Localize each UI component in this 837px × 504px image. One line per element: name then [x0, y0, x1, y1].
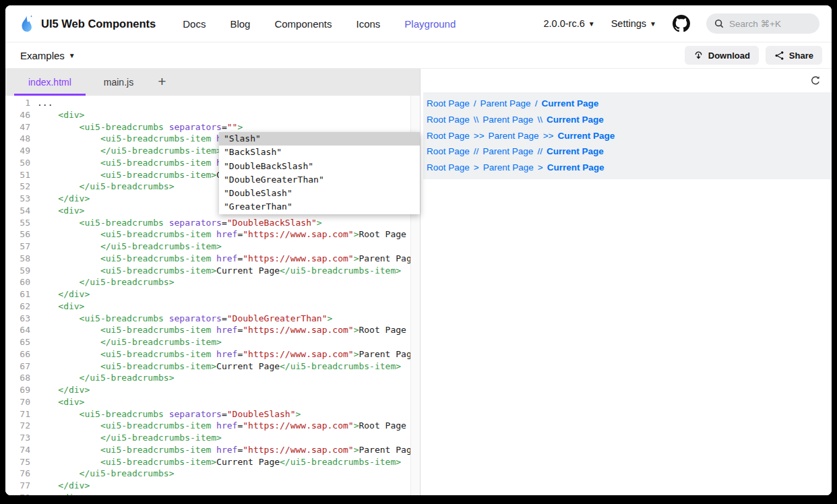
code-text: <ui5-breadcrumbs separators="DoubleBackS… [37, 217, 322, 229]
code-line: 69 </div> [5, 384, 411, 396]
breadcrumb-current: Current Page [557, 131, 615, 141]
breadcrumb-link[interactable]: Root Page [427, 131, 470, 141]
code-text: <ui5-breadcrumbs separators="DoubleGreat… [37, 313, 332, 325]
breadcrumb-separator: / [474, 98, 476, 108]
code-line: 68 </ui5-breadcrumbs> [5, 372, 411, 384]
line-number: 52 [5, 181, 37, 193]
subheader: Examples ▼ Download Share [5, 42, 832, 69]
line-number: 49 [5, 145, 37, 157]
tab-main.js[interactable]: main.js [88, 69, 150, 96]
nav-link-components[interactable]: Components [274, 18, 332, 30]
code-line: 58 <ui5-breadcrumbs-item href="https://w… [5, 253, 411, 265]
brand-title: UI5 Web Components [41, 18, 156, 30]
line-number: 67 [5, 360, 37, 373]
code-line: 61 </div> [5, 288, 411, 301]
settings-label: Settings [611, 18, 646, 29]
breadcrumb-separator: \\ [537, 115, 542, 125]
subheader-actions: Download Share [685, 46, 822, 65]
line-number: 65 [5, 336, 37, 348]
line-number: 70 [5, 396, 37, 408]
code-text: <ui5-breadcrumbs-item href="https://www.… [37, 228, 406, 241]
code-line: 74 <ui5-breadcrumbs-item href="https://w… [5, 444, 411, 456]
share-button[interactable]: Share [766, 46, 822, 65]
breadcrumb-row: Root Page//Parent Page//Current Page [427, 144, 826, 160]
code-line: 63 <ui5-breadcrumbs separators="DoubleGr… [5, 313, 411, 325]
code-line: 66 <ui5-breadcrumbs-item href="https://w… [5, 348, 411, 360]
code-line: 60 </ui5-breadcrumbs> [5, 276, 411, 288]
search-placeholder: Search ⌘+K [729, 18, 781, 29]
code-line: 75 <ui5-breadcrumbs-item>Current Page</u… [5, 456, 411, 468]
line-number: 72 [5, 420, 37, 432]
line-number: 64 [5, 324, 37, 336]
code-text: <ui5-breadcrumbs-item href="https://www.… [37, 324, 406, 336]
github-icon[interactable] [673, 15, 690, 32]
code-text: <ui5-breadcrumbs-item href="https://www.… [37, 348, 411, 360]
nav-link-icons[interactable]: Icons [356, 18, 381, 30]
preview-toolbar [421, 69, 832, 92]
search-icon [714, 19, 724, 28]
code-line: 70 <div> [5, 396, 411, 408]
code-line: 1... [5, 97, 411, 109]
line-number: 60 [5, 276, 37, 288]
breadcrumb-link[interactable]: Root Page [427, 98, 470, 108]
breadcrumb-link[interactable]: Parent Page [489, 131, 539, 141]
line-number: 48 [5, 133, 37, 145]
autocomplete-option[interactable]: "DoubleGreaterThan" [219, 173, 420, 187]
code-line: 57 </ui5-breadcrumbs-item> [5, 241, 411, 253]
breadcrumb-separator: / [535, 98, 538, 108]
settings-dropdown[interactable]: Settings ▼ [611, 18, 656, 29]
line-number: 66 [5, 348, 37, 360]
nav-link-blog[interactable]: Blog [230, 18, 250, 30]
line-number: 71 [5, 408, 37, 420]
line-number: 77 [5, 480, 37, 492]
tab-index.html[interactable]: index.html [12, 69, 88, 96]
line-number: 68 [5, 372, 37, 384]
download-icon [693, 51, 704, 61]
breadcrumb-link[interactable]: Parent Page [480, 98, 531, 108]
refresh-icon[interactable] [810, 75, 821, 86]
chevron-down-icon: ▼ [588, 20, 595, 28]
nav-link-docs[interactable]: Docs [183, 18, 206, 30]
code-text: </div> [37, 288, 90, 301]
nav-link-playground[interactable]: Playground [404, 18, 456, 30]
line-number: 50 [5, 157, 37, 169]
app-window: UI5 Web Components DocsBlogComponentsIco… [5, 5, 832, 495]
breadcrumb-separator: > [538, 162, 543, 172]
code-line: 56 <ui5-breadcrumbs-item href="https://w… [5, 228, 411, 241]
chevron-down-icon: ▼ [650, 20, 656, 28]
breadcrumb-link[interactable]: Parent Page [483, 162, 534, 172]
code-text: <div> [37, 109, 84, 121]
code-text: </ui5-breadcrumbs-item> [37, 432, 222, 444]
autocomplete-option[interactable]: "Slash" [219, 132, 420, 146]
autocomplete-option[interactable]: "DoubleBackSlash" [219, 160, 420, 173]
share-icon [774, 51, 784, 61]
breadcrumb-link[interactable]: Root Page [427, 115, 470, 125]
autocomplete-option[interactable]: "GreaterThan" [219, 200, 420, 214]
code-line: 46 <div> [5, 109, 411, 121]
breadcrumb-row: Root Page\\Parent Page\\Current Page [427, 112, 826, 128]
code-line: 76 </ui5-breadcrumbs> [5, 468, 411, 480]
header-right: 2.0.0-rc.6 ▼ Settings ▼ Search ⌘+K [544, 13, 819, 34]
examples-dropdown[interactable]: Examples ▼ [20, 50, 75, 61]
download-button[interactable]: Download [685, 46, 759, 65]
code-text: </div> [37, 193, 90, 205]
version-dropdown[interactable]: 2.0.0-rc.6 ▼ [544, 18, 595, 29]
breadcrumb-link[interactable]: Root Page [427, 162, 470, 172]
code-text: <ui5-breadcrumbs-item href="https://www.… [37, 253, 411, 265]
code-text: <div> [37, 205, 84, 217]
ui5-flame-logo-icon [19, 15, 35, 33]
autocomplete-option[interactable]: "DoubleSlash" [219, 187, 420, 200]
breadcrumb-link[interactable]: Root Page [427, 146, 470, 156]
code-text: <div> [37, 301, 84, 313]
breadcrumb-link[interactable]: Parent Page [483, 146, 533, 156]
breadcrumb-row: Root Page/Parent Page/Current Page [427, 96, 826, 112]
code-line: 67 <ui5-breadcrumbs-item>Current Page</u… [5, 360, 411, 373]
add-tab-button[interactable]: + [150, 69, 174, 96]
breadcrumb-link[interactable]: Parent Page [483, 115, 533, 125]
main-nav: DocsBlogComponentsIconsPlayground [183, 18, 456, 30]
brand[interactable]: UI5 Web Components [19, 15, 156, 33]
code-text: </ui5-breadcrumbs-item> [37, 336, 222, 348]
line-number: 76 [5, 468, 37, 480]
search-input[interactable]: Search ⌘+K [706, 13, 819, 34]
autocomplete-option[interactable]: "BackSlash" [219, 146, 420, 159]
